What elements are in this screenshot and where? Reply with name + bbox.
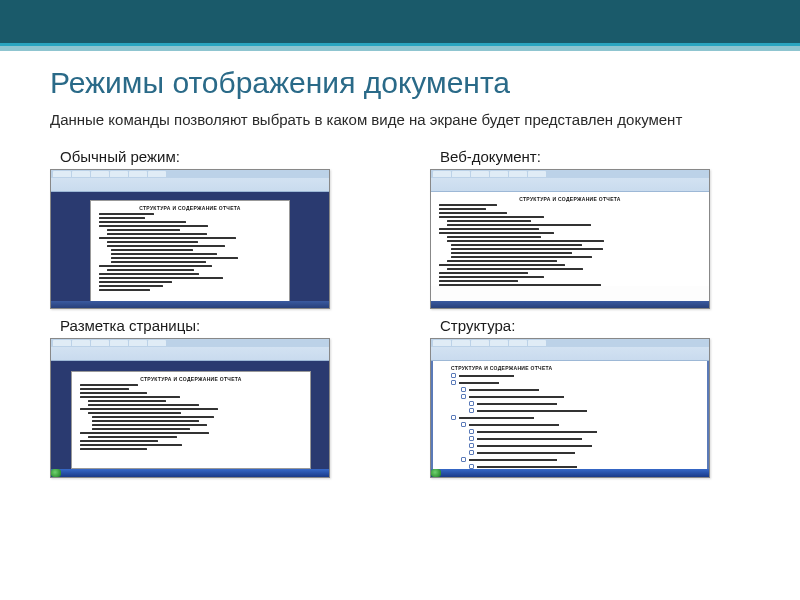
doc-lines bbox=[433, 373, 707, 478]
word-ribbon bbox=[51, 170, 329, 192]
slide-header-bar bbox=[0, 0, 800, 46]
cell-outline: Структура: СТРУКТУРА И СОДЕРЖАНИЕ ОТЧЕТА bbox=[430, 317, 750, 478]
word-ribbon bbox=[431, 170, 709, 192]
word-ribbon bbox=[51, 339, 329, 361]
thumbnails-grid: Обычный режим: СТРУКТУРА И СОДЕРЖАНИЕ ОТ… bbox=[50, 148, 750, 478]
status-bar bbox=[51, 301, 329, 308]
doc-lines bbox=[91, 213, 289, 291]
start-button-icon bbox=[431, 469, 441, 477]
cell-web: Веб-документ: СТРУКТУРА И СОДЕРЖАНИЕ ОТЧ… bbox=[430, 148, 750, 309]
cell-normal: Обычный режим: СТРУКТУРА И СОДЕРЖАНИЕ ОТ… bbox=[50, 148, 370, 309]
doc-lines bbox=[431, 204, 709, 286]
status-bar bbox=[431, 301, 709, 308]
doc-heading: СТРУКТУРА И СОДЕРЖАНИЕ ОТЧЕТА bbox=[431, 192, 709, 204]
slide-subtitle: Данные команды позволяют выбрать в каком… bbox=[50, 110, 750, 130]
cell-layout: Разметка страницы: СТРУКТУРА И СОДЕРЖАНИ… bbox=[50, 317, 370, 478]
label-normal: Обычный режим: bbox=[50, 148, 370, 165]
label-web: Веб-документ: bbox=[430, 148, 750, 165]
doc-heading: СТРУКТУРА И СОДЕРЖАНИЕ ОТЧЕТА bbox=[433, 361, 707, 373]
document-page: СТРУКТУРА И СОДЕРЖАНИЕ ОТЧЕТА bbox=[71, 371, 311, 469]
doc-heading: СТРУКТУРА И СОДЕРЖАНИЕ ОТЧЕТА bbox=[72, 372, 310, 384]
document-page: СТРУКТУРА И СОДЕРЖАНИЕ ОТЧЕТА bbox=[90, 200, 290, 309]
document-page: СТРУКТУРА И СОДЕРЖАНИЕ ОТЧЕТА bbox=[431, 361, 709, 478]
doc-lines bbox=[72, 384, 310, 450]
thumb-web: СТРУКТУРА И СОДЕРЖАНИЕ ОТЧЕТА bbox=[430, 169, 710, 309]
taskbar bbox=[51, 469, 329, 477]
slide-title: Режимы отображения документа bbox=[50, 66, 750, 100]
thumb-normal: СТРУКТУРА И СОДЕРЖАНИЕ ОТЧЕТА bbox=[50, 169, 330, 309]
thumb-outline: СТРУКТУРА И СОДЕРЖАНИЕ ОТЧЕТА bbox=[430, 338, 710, 478]
start-button-icon bbox=[51, 469, 61, 477]
label-layout: Разметка страницы: bbox=[50, 317, 370, 334]
label-outline: Структура: bbox=[430, 317, 750, 334]
slide-content: Режимы отображения документа Данные кома… bbox=[0, 46, 800, 478]
word-ribbon bbox=[431, 339, 709, 361]
doc-heading: СТРУКТУРА И СОДЕРЖАНИЕ ОТЧЕТА bbox=[91, 201, 289, 213]
document-page: СТРУКТУРА И СОДЕРЖАНИЕ ОТЧЕТА bbox=[431, 192, 709, 286]
thumb-layout: СТРУКТУРА И СОДЕРЖАНИЕ ОТЧЕТА bbox=[50, 338, 330, 478]
taskbar bbox=[431, 469, 709, 477]
